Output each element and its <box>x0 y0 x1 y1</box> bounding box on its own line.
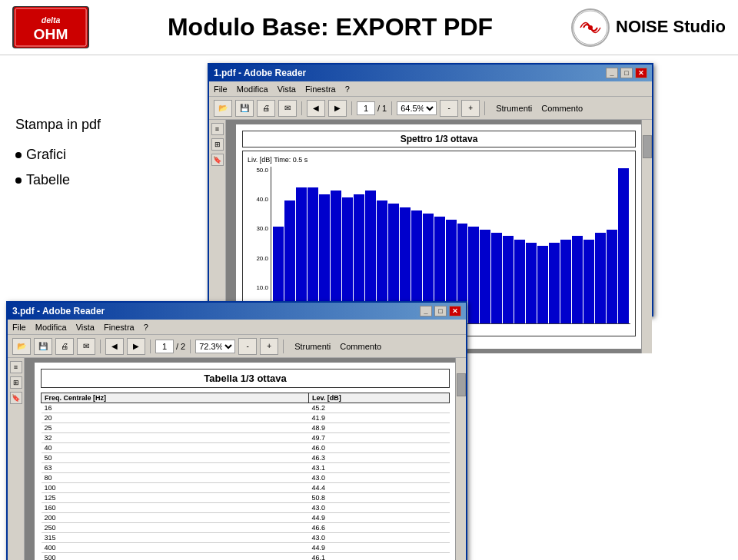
pdf-window-spettro: 1.pdf - Adobe Reader _ □ ✕ File Modifica… <box>208 63 653 316</box>
window2-btn-print[interactable]: 🖨 <box>55 338 74 355</box>
data-table: Freq. Centrale [Hz] Lev. [dB] 1645.22041… <box>41 393 450 560</box>
table-cell-freq-5: 50 <box>42 453 309 463</box>
yaxis-label-50: 50.0 <box>256 167 268 174</box>
window2-menu-help[interactable]: ? <box>144 323 148 332</box>
table-cell-freq-15: 500 <box>42 553 309 561</box>
window1-menu-finestra[interactable]: Finestra <box>305 84 336 94</box>
bullet-icon-grafici <box>15 152 22 158</box>
table-cell-lev-5: 46.3 <box>308 453 449 463</box>
window1-sep3 <box>391 101 392 115</box>
window2-btn-save[interactable]: 💾 <box>34 338 52 355</box>
chart-bar-27 <box>583 240 594 323</box>
table-cell-lev-15: 46.1 <box>308 553 449 561</box>
window2-strumenti-btn[interactable]: Strumenti <box>294 342 331 351</box>
window2-btn-open[interactable]: 📂 <box>12 338 31 355</box>
table2-title: Tabella 1/3 ottava <box>41 369 450 388</box>
table-row: 31543.0 <box>42 533 450 543</box>
window1-btn-open[interactable]: 📂 <box>214 100 232 117</box>
window2-close-btn[interactable]: ✕ <box>449 306 461 316</box>
table-row: 50046.1 <box>42 553 450 561</box>
chart-bar-22 <box>526 243 537 323</box>
svg-text:OHM: OHM <box>34 26 68 42</box>
window2-page-sep: / <box>176 342 178 351</box>
window1-commento-btn[interactable]: Commento <box>541 104 583 113</box>
window2-commento-btn[interactable]: Commento <box>340 342 381 351</box>
window1-menu-modifica[interactable]: Modifica <box>237 84 268 94</box>
bullet-grafici: Grafici <box>15 147 192 163</box>
window1-zoom-select[interactable]: 64.5% <box>397 101 437 115</box>
window1-scrollbar-thumb[interactable] <box>643 135 652 158</box>
window2-content: ≡ ⊞ 🔖 Tabella 1/3 ottava Freq. Centrale … <box>8 358 466 560</box>
window2-sidebar-icon-3[interactable]: 🔖 <box>10 392 22 404</box>
window2-scrollbar[interactable] <box>455 358 466 560</box>
window1-btn-email[interactable]: ✉ <box>278 100 297 117</box>
chart-bar-18 <box>480 230 490 323</box>
window1-minimize-btn[interactable]: _ <box>606 68 618 78</box>
table-cell-lev-0: 45.2 <box>308 403 449 413</box>
table-cell-lev-9: 50.8 <box>308 493 449 503</box>
window1-menu-file[interactable]: File <box>214 84 228 94</box>
table-row: 20044.9 <box>42 513 450 523</box>
window2-titlebar: 3.pdf - Adobe Reader _ □ ✕ <box>8 303 466 320</box>
window2-toolbar: 📂 💾 🖨 ✉ ◀ ▶ / 2 72.3% - + Strumenti Comm… <box>8 335 466 358</box>
yaxis-label-30: 30.0 <box>256 225 268 232</box>
window1-page-sep: / <box>377 104 380 113</box>
table-cell-lev-12: 46.6 <box>308 523 449 533</box>
window1-page-input[interactable] <box>357 101 375 115</box>
sidebar-icon-1[interactable]: ≡ <box>211 123 224 135</box>
sidebar-icon-3[interactable]: 🔖 <box>211 154 224 166</box>
window2-menu-modifica[interactable]: Modifica <box>35 323 67 332</box>
pdf-window-tabella: 3.pdf - Adobe Reader _ □ ✕ File Modifica… <box>6 301 467 560</box>
table-row: 5046.3 <box>42 453 450 463</box>
window2-btn-email[interactable]: ✉ <box>77 338 95 355</box>
window1-btn-fwd[interactable]: ▶ <box>328 100 347 117</box>
table-row: 16043.0 <box>42 503 450 513</box>
content-area: Stampa in pdf Grafici Tabelle 1.pdf - Ad… <box>0 55 738 560</box>
window2-sidebar-icon-1[interactable]: ≡ <box>10 361 22 373</box>
window1-btn-back[interactable]: ◀ <box>307 100 325 117</box>
chart1-title: Spettro 1/3 ottava <box>242 131 636 147</box>
window1-btn-zoom-in[interactable]: + <box>461 100 480 117</box>
window2-btn-back[interactable]: ◀ <box>105 338 124 355</box>
window1-btn-print[interactable]: 🖨 <box>257 100 275 117</box>
window2-btn-fwd[interactable]: ▶ <box>127 338 145 355</box>
window1-menu-help[interactable]: ? <box>345 84 350 94</box>
window2-menu-finestra[interactable]: Finestra <box>104 323 135 332</box>
chart-bar-17 <box>468 227 479 323</box>
window2-controls[interactable]: _ □ ✕ <box>420 306 461 316</box>
table-cell-freq-8: 100 <box>42 483 309 493</box>
window1-menu-vista[interactable]: Vista <box>278 84 296 94</box>
window1-maximize-btn[interactable]: □ <box>620 68 633 78</box>
table-row: 6343.1 <box>42 463 450 473</box>
window2-sidebar-icon-2[interactable]: ⊞ <box>10 376 22 389</box>
window2-btn-zoom-out[interactable]: - <box>238 338 257 355</box>
window2-body: ≡ ⊞ 🔖 Tabella 1/3 ottava Freq. Centrale … <box>8 358 466 560</box>
window1-controls[interactable]: _ □ ✕ <box>606 68 647 78</box>
table-cell-freq-9: 125 <box>42 493 309 503</box>
table-cell-freq-10: 160 <box>42 503 309 513</box>
window2-page-input[interactable] <box>155 340 174 353</box>
noise-studio-text: NOISE Studio <box>616 18 726 36</box>
window2-btn-zoom-in[interactable]: + <box>260 338 278 355</box>
window1-strumenti-btn[interactable]: Strumenti <box>496 104 532 113</box>
noise-icon <box>571 8 610 47</box>
yaxis-label-40: 40.0 <box>256 196 268 203</box>
window1-scrollbar[interactable] <box>641 120 652 353</box>
window2-menu-file[interactable]: File <box>12 323 26 332</box>
table-cell-freq-0: 16 <box>42 403 309 413</box>
window2-menu-vista[interactable]: Vista <box>76 323 95 332</box>
window2-page-nav: / 2 <box>155 340 185 353</box>
window2-scrollbar-thumb[interactable] <box>457 373 466 396</box>
table-cell-lev-14: 44.9 <box>308 543 449 553</box>
window1-close-btn[interactable]: ✕ <box>635 68 647 78</box>
window1-btn-save[interactable]: 💾 <box>235 100 254 117</box>
sidebar-icon-2[interactable]: ⊞ <box>211 138 224 151</box>
window1-btn-zoom-out[interactable]: - <box>440 100 458 117</box>
table-cell-lev-11: 44.9 <box>308 513 449 523</box>
window2-maximize-btn[interactable]: □ <box>434 306 447 316</box>
window2-menubar: File Modifica Vista Finestra ? <box>8 320 466 335</box>
table-header-row: Freq. Centrale [Hz] Lev. [dB] <box>42 393 450 403</box>
window2-zoom-select[interactable]: 72.3% <box>195 340 235 353</box>
window2-minimize-btn[interactable]: _ <box>420 306 432 316</box>
table-row: 12550.8 <box>42 493 450 503</box>
